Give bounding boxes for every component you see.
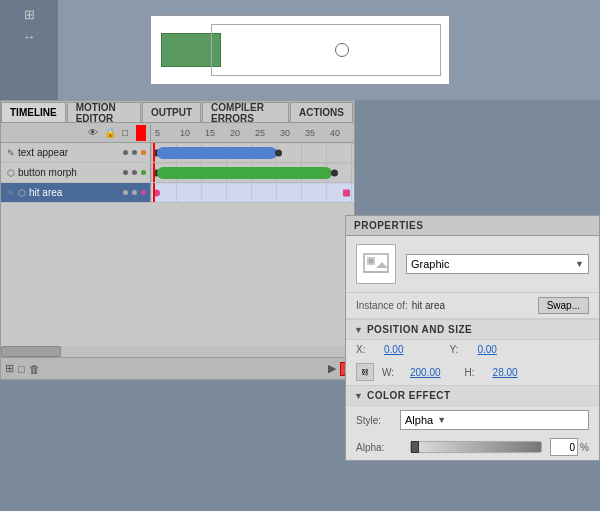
red-playhead-2 <box>153 163 155 182</box>
y-label: Y: <box>449 344 469 355</box>
frame-num-10: 10 <box>180 128 205 138</box>
h-value[interactable]: 28.00 <box>493 367 518 378</box>
dot-lock-2 <box>132 170 137 175</box>
layers-container: ✎ text appear ⬡ button morp <box>1 143 354 203</box>
dot-type-3 <box>141 190 146 195</box>
timeline-controls-header: 👁 🔒 □ 5 10 15 20 25 30 35 40 <box>1 123 354 143</box>
timeline-hscroll[interactable] <box>1 346 354 357</box>
dot-type-2 <box>141 170 146 175</box>
shape-layer-icon: ⬡ <box>7 168 15 178</box>
stage-border <box>211 24 441 76</box>
layer-name-button-morph: button morph <box>18 167 120 178</box>
tab-timeline[interactable]: TIMELINE <box>1 102 66 122</box>
instance-name: hit area <box>412 300 534 311</box>
lock-icon[interactable]: 🔒 <box>104 127 116 138</box>
red-playhead-3 <box>153 183 155 202</box>
position-section-title: POSITION AND SIZE <box>367 324 472 335</box>
green-rect <box>161 33 221 67</box>
instance-label: Instance of: <box>356 300 408 311</box>
layer-row-text-appear[interactable]: ✎ text appear <box>1 143 354 163</box>
shape-layer-icon-3: ⬡ <box>18 188 26 198</box>
text-layer-icon: ✎ <box>7 148 15 158</box>
style-dropdown-arrow: ▼ <box>437 415 446 425</box>
properties-symbol-row: Graphic ▼ <box>346 236 599 293</box>
alpha-slider-container <box>410 441 542 453</box>
new-folder-icon[interactable]: □ <box>18 363 25 375</box>
y-value[interactable]: 0.00 <box>477 344 496 355</box>
scroll-thumb[interactable] <box>1 346 61 357</box>
tween-bar-green <box>157 167 332 179</box>
frame-num-40: 40 <box>330 128 354 138</box>
alpha-slider[interactable] <box>410 441 542 453</box>
timeline-bottom: ⊞ □ 🗑 ▶ <box>1 357 354 379</box>
color-section-header[interactable]: ▼ COLOR EFFECT <box>346 385 599 406</box>
layer-name-text-appear: text appear <box>18 147 120 158</box>
layers-icon[interactable]: □ <box>122 127 128 138</box>
symbol-svg <box>362 250 390 278</box>
layer-controls-header: 👁 🔒 □ <box>1 125 151 141</box>
swap-button[interactable]: Swap... <box>538 297 589 314</box>
dot-lock <box>132 150 137 155</box>
keyframe-end-2 <box>331 169 338 176</box>
frames-grid-3 <box>151 183 354 202</box>
tab-motion-editor[interactable]: MOTION EDITOR <box>67 102 141 122</box>
frame-num-35: 35 <box>305 128 330 138</box>
delete-layer-icon[interactable]: 🗑 <box>29 363 40 375</box>
play-icon[interactable]: ▶ <box>328 362 336 375</box>
h-label: H: <box>465 367 485 378</box>
w-label: W: <box>382 367 402 378</box>
layer-name-hit-area: hit area <box>29 187 120 198</box>
pencil-icon: ✎ <box>7 188 15 198</box>
dot-type <box>141 150 146 155</box>
w-value[interactable]: 200.00 <box>410 367 441 378</box>
frame-num-5: 5 <box>155 128 180 138</box>
endpoint-marker <box>343 189 350 196</box>
toolbar-icon-plus[interactable]: ↔ <box>19 26 39 46</box>
alpha-row: Alpha: % <box>346 434 599 460</box>
toolbar-icon-grid[interactable]: ⊞ <box>19 4 39 24</box>
layer-row-button-morph[interactable]: ⬡ button morph <box>1 163 354 183</box>
layer-dots-3 <box>123 190 146 195</box>
tab-compiler-errors[interactable]: COMPILER ERRORS <box>202 102 289 122</box>
new-layer-icon[interactable]: ⊞ <box>5 362 14 375</box>
layer-frames-hit-area[interactable] <box>151 183 354 202</box>
layer-dots <box>123 150 146 155</box>
position-arrow-icon: ▼ <box>354 325 363 335</box>
dot-visible-2 <box>123 170 128 175</box>
layer-frames-text-appear[interactable] <box>151 143 354 162</box>
tween-bar-blue <box>157 147 277 159</box>
layer-info-text-appear: ✎ text appear <box>1 143 151 162</box>
layer-frames-button-morph[interactable] <box>151 163 354 182</box>
style-value: Alpha <box>405 414 433 426</box>
dropdown-arrow-icon: ▼ <box>575 259 584 269</box>
layer-row-hit-area[interactable]: ✎ ⬡ hit area <box>1 183 354 203</box>
svg-point-3 <box>369 259 374 264</box>
x-value[interactable]: 0.00 <box>384 344 403 355</box>
symbol-icon <box>356 244 396 284</box>
canvas-area <box>0 0 600 100</box>
timeline-panel: TIMELINE MOTION EDITOR OUTPUT COMPILER E… <box>0 100 355 380</box>
properties-title: PROPERTIES <box>354 220 423 231</box>
slider-thumb <box>411 441 419 453</box>
style-dropdown[interactable]: Alpha ▼ <box>400 410 589 430</box>
instance-row: Instance of: hit area Swap... <box>346 293 599 319</box>
dot-visible <box>123 150 128 155</box>
position-section-header[interactable]: ▼ POSITION AND SIZE <box>346 319 599 340</box>
layer-dots-2 <box>123 170 146 175</box>
circle-marker <box>335 43 349 57</box>
tab-actions[interactable]: ACTIONS <box>290 102 353 122</box>
layer-info-button-morph: ⬡ button morph <box>1 163 151 182</box>
x-label: X: <box>356 344 376 355</box>
symbol-type-select[interactable]: Graphic ▼ <box>406 254 589 274</box>
frames-header: 5 10 15 20 25 30 35 40 <box>151 128 354 138</box>
dot-lock-3 <box>132 190 137 195</box>
tab-output[interactable]: OUTPUT <box>142 102 201 122</box>
constrain-icon[interactable]: ⛓ <box>356 363 374 381</box>
symbol-type-value: Graphic <box>411 258 450 270</box>
eye-icon[interactable]: 👁 <box>88 127 98 138</box>
color-section-title: COLOR EFFECT <box>367 390 451 401</box>
alpha-input[interactable] <box>550 438 578 456</box>
properties-header: PROPERTIES <box>346 216 599 236</box>
playhead-marker <box>136 125 146 141</box>
frame-num-20: 20 <box>230 128 255 138</box>
